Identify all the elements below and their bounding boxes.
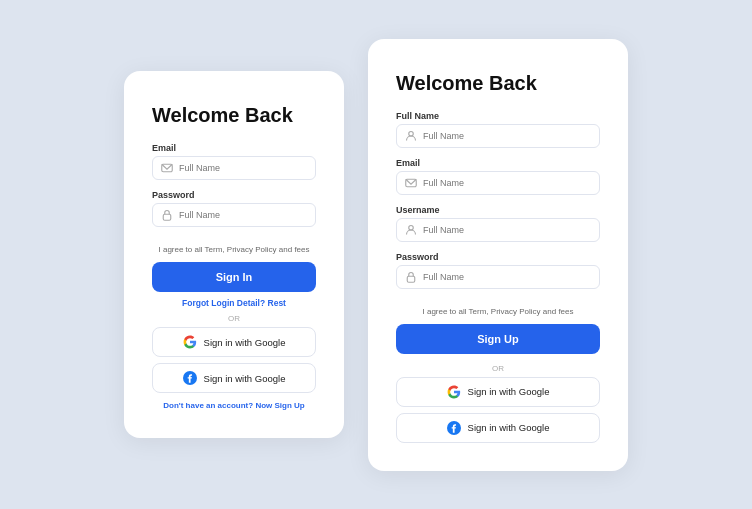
email-icon-2 xyxy=(405,177,417,189)
lock-icon-2 xyxy=(405,271,417,283)
fullname-input[interactable] xyxy=(423,131,591,141)
password-label: Password xyxy=(152,190,316,200)
email-input[interactable] xyxy=(179,163,307,173)
signup-title: Welcome Back xyxy=(396,71,600,95)
signup-email-input[interactable] xyxy=(423,178,591,188)
facebook-signin-button[interactable]: Sign in with Google xyxy=(152,363,316,393)
signup-password-field-group: Password xyxy=(396,252,600,289)
password-input[interactable] xyxy=(179,210,307,220)
forgot-link[interactable]: Rest xyxy=(268,298,286,308)
fullname-label: Full Name xyxy=(396,111,600,121)
password-field-group: Password xyxy=(152,190,316,227)
svg-point-3 xyxy=(409,131,414,136)
lock-icon xyxy=(161,209,173,221)
google-icon-2 xyxy=(447,385,461,399)
fullname-input-wrapper xyxy=(396,124,600,148)
facebook-signup-label: Sign in with Google xyxy=(468,422,550,433)
google-signin-label: Sign in with Google xyxy=(204,337,286,348)
signup-email-label: Email xyxy=(396,158,600,168)
username-label: Username xyxy=(396,205,600,215)
signup-email-field-group: Email xyxy=(396,158,600,195)
facebook-icon-2 xyxy=(447,421,461,435)
or-divider-left: OR xyxy=(152,314,316,323)
signup-password-wrapper xyxy=(396,265,600,289)
signup-terms-text: I agree to all Term, Privacy Policy and … xyxy=(396,307,600,316)
google-icon xyxy=(183,335,197,349)
username-input-wrapper xyxy=(396,218,600,242)
signup-password-input[interactable] xyxy=(423,272,591,282)
signin-button[interactable]: Sign In xyxy=(152,262,316,292)
svg-rect-1 xyxy=(163,214,171,220)
signup-email-wrapper xyxy=(396,171,600,195)
google-signup-button[interactable]: Sign in with Google xyxy=(396,377,600,407)
terms-text: I agree to all Term, Privacy Policy and … xyxy=(152,245,316,254)
email-icon xyxy=(161,162,173,174)
email-label: Email xyxy=(152,143,316,153)
person-icon-2 xyxy=(405,224,417,236)
forgot-text: Forgot Login Detail? Rest xyxy=(152,298,316,308)
username-field-group: Username xyxy=(396,205,600,242)
google-signin-button[interactable]: Sign in with Google xyxy=(152,327,316,357)
password-input-wrapper xyxy=(152,203,316,227)
person-icon-1 xyxy=(405,130,417,142)
bottom-text: Don't have an account? Now Sign Up xyxy=(152,401,316,410)
facebook-signup-button[interactable]: Sign in with Google xyxy=(396,413,600,443)
email-input-wrapper xyxy=(152,156,316,180)
svg-rect-6 xyxy=(407,276,415,282)
email-field-group: Email xyxy=(152,143,316,180)
or-divider-right: OR xyxy=(396,364,600,373)
signup-link[interactable]: Now Sign Up xyxy=(255,401,304,410)
google-signup-label: Sign in with Google xyxy=(468,386,550,397)
signup-card: Welcome Back Full Name Email Username xyxy=(368,39,628,471)
signin-title: Welcome Back xyxy=(152,103,316,127)
signup-password-label: Password xyxy=(396,252,600,262)
signup-button[interactable]: Sign Up xyxy=(396,324,600,354)
username-input[interactable] xyxy=(423,225,591,235)
facebook-icon xyxy=(183,371,197,385)
fullname-field-group: Full Name xyxy=(396,111,600,148)
svg-point-5 xyxy=(409,225,414,230)
signin-card: Welcome Back Email Password I agree to a… xyxy=(124,71,344,438)
facebook-signin-label: Sign in with Google xyxy=(204,373,286,384)
